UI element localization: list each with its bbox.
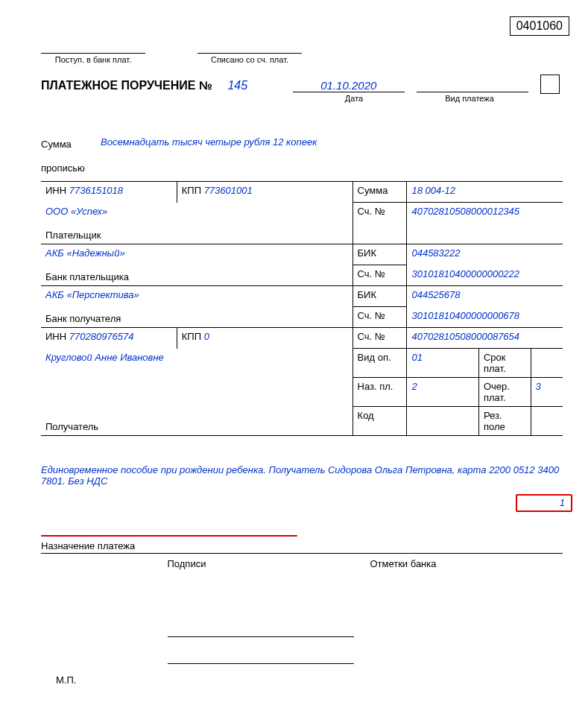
rez-label: Рез. поле <box>478 407 531 436</box>
payer-bank-bik: 044583222 <box>411 247 460 259</box>
kpp-label: КПП <box>182 185 201 196</box>
recv-kpp: 0 <box>204 331 209 342</box>
sum-label: Сумма <box>353 182 407 203</box>
bik-label: БИК <box>353 244 407 265</box>
payer-bank-acc: 30101810400000000222 <box>411 268 519 279</box>
vid-platezha-label: Вид платежа <box>410 94 529 103</box>
red-underline <box>41 533 297 538</box>
payer-inn: 7736151018 <box>69 185 123 196</box>
sch-no-label-2: Сч. № <box>353 265 407 286</box>
recv-inn: 770280976574 <box>69 331 134 342</box>
recv-account: 40702810508000087654 <box>411 331 519 342</box>
recv-bank-label: Банк получателя <box>41 307 353 328</box>
payer-bank-name: АКБ «Надежный» <box>45 247 125 259</box>
payer-name: ООО «Успех» <box>45 206 107 217</box>
doc-number: 145 <box>215 79 260 92</box>
bik-label-2: БИК <box>353 286 407 307</box>
vid-op-label: Вид оп. <box>353 349 407 378</box>
spisano-label: Списано со сч. плат. <box>197 55 302 64</box>
naz-pl: 2 <box>411 381 417 392</box>
naz-platezha-label: Назначение платежа <box>41 540 563 554</box>
payer-bank-label: Банк плательщика <box>41 265 353 286</box>
amount-words-label1: Сумма <box>41 136 101 153</box>
ocher: 3 <box>536 381 541 392</box>
kod-label: Код <box>353 407 407 436</box>
inn-label: ИНН <box>45 185 66 196</box>
sch-no-label: Сч. № <box>353 203 407 244</box>
payer-account: 40702810508000012345 <box>411 206 519 217</box>
naz-pl-label: Наз. пл. <box>353 378 407 407</box>
payment-table: ИНН 7736151018 КПП 773601001 Сумма 18 00… <box>41 181 563 436</box>
sum-value: 18 004-12 <box>411 185 455 196</box>
recv-bank-acc: 30101810400000000678 <box>411 310 519 321</box>
otmetki-label: Отметки банка <box>370 558 436 569</box>
amount-words-label2: прописью <box>41 160 101 177</box>
signature-lines <box>168 610 566 664</box>
date-label: Дата <box>298 94 410 103</box>
amount-words: Восемнадцать тысяч четыре рубля 12 копее… <box>101 136 566 177</box>
sch-no-label-3: Сч. № <box>353 307 407 328</box>
vid-op: 01 <box>411 352 422 363</box>
top-stamps-row: Поступ. в банк плат. Списано со сч. плат… <box>41 43 566 64</box>
podpisi-label: Подписи <box>167 558 206 569</box>
status-box <box>540 75 560 94</box>
recv-kpp-label: КПП <box>182 331 201 342</box>
form-code: 0401060 <box>510 16 569 36</box>
payment-purpose: Единовременное пособие при рождении ребе… <box>41 464 563 487</box>
recv-bank-name: АКБ «Перспектива» <box>45 289 139 300</box>
sch-no-label-4: Сч. № <box>353 328 407 349</box>
postup-label: Поступ. в банк плат. <box>41 55 145 64</box>
recv-inn-label: ИНН <box>45 331 66 342</box>
highlight-field: 1 <box>516 494 572 512</box>
doc-date: 01.10.2020 <box>293 79 405 92</box>
recv-name: Кругловой Анне Ивановне <box>45 352 164 363</box>
doc-title: ПЛАТЕЖНОЕ ПОРУЧЕНИЕ № <box>41 79 212 92</box>
srok-label: Срок плат. <box>478 349 531 378</box>
recv-bank-bik: 044525678 <box>411 289 460 300</box>
ocher-label: Очер. плат. <box>478 378 531 407</box>
mp-label: М.П. <box>56 674 76 686</box>
payment-kind-field <box>417 78 528 92</box>
payer-label: Плательщик <box>41 224 353 244</box>
recv-label: Получатель <box>41 407 353 436</box>
payer-kpp: 773601001 <box>204 185 253 196</box>
